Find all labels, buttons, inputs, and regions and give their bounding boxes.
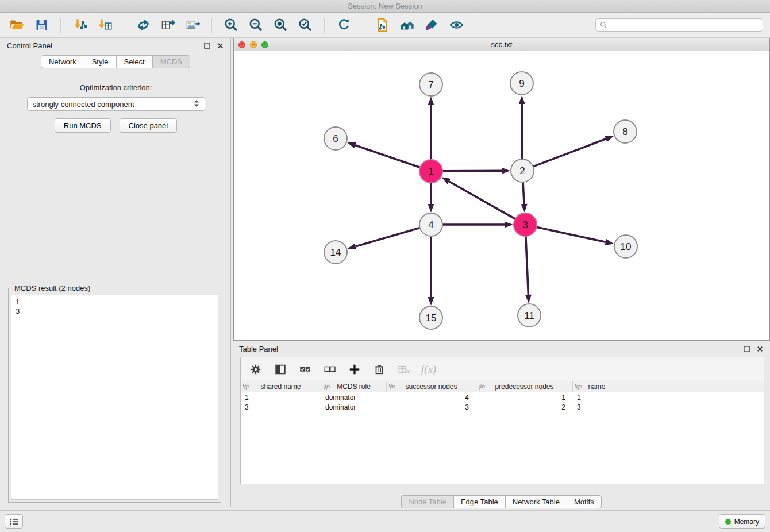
search-field[interactable] [595, 18, 763, 32]
graph-edge-4-3[interactable] [442, 222, 513, 228]
show-columns-button[interactable] [274, 363, 287, 376]
svg-text:7: 7 [428, 79, 433, 90]
float-table-panel-icon[interactable] [742, 344, 751, 353]
home-button[interactable] [397, 16, 417, 35]
table-settings-button[interactable] [249, 363, 263, 376]
zoom-selected-button[interactable] [295, 16, 315, 35]
graph-edge-1-2[interactable] [442, 168, 510, 174]
graph-edge-1-4[interactable] [428, 183, 434, 213]
function-builder-button[interactable]: f(x) [422, 363, 436, 376]
graph-node-6[interactable]: 6 [324, 127, 347, 150]
toolbar-separator [324, 18, 325, 33]
import-table-button[interactable] [95, 16, 114, 35]
column-header-label: predecessor nodes [495, 383, 553, 391]
export-table-button[interactable] [158, 16, 178, 35]
optimization-label: Optimization criterion: [1, 83, 230, 92]
close-table-panel-icon[interactable] [755, 344, 764, 353]
delete-column-button[interactable] [372, 363, 386, 376]
run-mcds-button[interactable]: Run MCDS [55, 118, 111, 133]
table-row[interactable]: 3dominator323 [241, 402, 764, 412]
table-row[interactable]: 1dominator411 [241, 392, 764, 402]
tab-style[interactable]: Style [84, 55, 117, 68]
zoom-out-button[interactable] [246, 16, 265, 35]
tab-select[interactable]: Select [116, 55, 153, 68]
zoom-window-button[interactable]: + [261, 41, 268, 48]
new-network-button[interactable] [133, 16, 153, 35]
delete-table-button[interactable] [397, 363, 411, 376]
svg-text:4: 4 [428, 219, 433, 230]
graph-edge-4-15[interactable] [428, 236, 434, 306]
close-panel-button[interactable]: Close panel [120, 118, 178, 133]
network-graph[interactable]: 7968124314101511 [234, 51, 769, 340]
show-hide-button[interactable] [446, 16, 466, 35]
svg-text:1: 1 [428, 166, 433, 177]
graph-node-14[interactable]: 14 [324, 241, 347, 264]
graph-node-10[interactable]: 10 [614, 235, 637, 258]
import-network-button[interactable] [70, 16, 90, 35]
column-header-label: successor nodes [405, 383, 457, 391]
search-input[interactable] [610, 21, 759, 29]
apply-style-button[interactable] [422, 16, 441, 35]
minimize-window-button[interactable]: − [250, 41, 257, 48]
export-table-icon [160, 17, 176, 33]
column-header-name[interactable]: name [573, 381, 621, 392]
table-cell: 3 [573, 403, 621, 411]
graph-edge-3-1[interactable] [441, 177, 515, 219]
graph-edge-3-10[interactable] [537, 227, 614, 245]
close-window-button[interactable]: × [238, 41, 245, 48]
document-network-icon [375, 17, 390, 33]
graph-node-9[interactable]: 9 [510, 72, 533, 95]
sort-icon [479, 384, 485, 390]
graph-edge-1-7[interactable] [428, 97, 434, 160]
network-arrows-icon [136, 17, 151, 33]
memory-button[interactable]: Memory [719, 514, 765, 529]
graph-edge-2-3[interactable] [521, 182, 528, 213]
graph-node-1[interactable]: 1 [419, 160, 442, 183]
graph-node-4[interactable]: 4 [419, 213, 442, 236]
graph-node-3[interactable]: 3 [514, 213, 537, 236]
graph-edge-2-8[interactable] [533, 136, 614, 166]
task-list-icon [9, 518, 18, 526]
task-history-button[interactable] [5, 514, 23, 529]
refresh-button[interactable] [334, 16, 353, 35]
column-header-shared-name[interactable]: shared name [241, 381, 321, 392]
export-image-icon [185, 17, 201, 33]
zoom-fit-button[interactable] [271, 16, 290, 35]
select-all-button[interactable] [298, 363, 312, 376]
deselect-all-button[interactable] [323, 363, 337, 376]
tab-network[interactable]: Network [41, 55, 84, 68]
clone-network-button[interactable] [372, 16, 392, 35]
graph-edge-4-14[interactable] [347, 228, 420, 250]
zoom-in-button[interactable] [221, 16, 241, 35]
column-header-successor-nodes[interactable]: successor nodes [387, 381, 476, 392]
graph-edge-1-6[interactable] [347, 142, 420, 167]
save-session-button[interactable] [32, 16, 51, 35]
graph-node-11[interactable]: 11 [518, 304, 541, 327]
export-image-button[interactable] [183, 16, 202, 35]
tab-mcds[interactable]: MCDS [152, 55, 190, 68]
graph-node-15[interactable]: 15 [419, 306, 442, 329]
add-column-button[interactable] [348, 363, 361, 376]
tab-network-table[interactable]: Network Table [505, 495, 567, 508]
close-panel-icon[interactable] [215, 41, 225, 51]
tab-edge-table[interactable]: Edge Table [453, 495, 506, 508]
open-session-button[interactable] [7, 16, 26, 35]
graph-node-2[interactable]: 2 [511, 159, 534, 182]
graph-node-8[interactable]: 8 [614, 120, 637, 143]
column-header-predecessor-nodes[interactable]: predecessor nodes [476, 381, 573, 392]
main-toolbar [0, 13, 770, 38]
graph-edge-3-11[interactable] [525, 236, 532, 303]
control-panel-header: Control Panel [1, 38, 230, 53]
mcds-result-list[interactable]: 13 [11, 295, 218, 500]
float-panel-icon[interactable] [202, 41, 211, 51]
table-rows: 1dominator4113dominator323 [241, 392, 764, 412]
mcds-result-box: MCDS result (2 nodes) 13 [8, 284, 221, 503]
criterion-select[interactable]: strongly connected component [27, 97, 205, 111]
tab-motifs[interactable]: Motifs [567, 495, 602, 508]
column-header-MCDS-role[interactable]: MCDS role [321, 381, 387, 392]
graph-edge-2-9[interactable] [519, 95, 525, 159]
tab-node-table[interactable]: Node Table [401, 495, 454, 508]
toolbar-separator [124, 18, 124, 33]
graph-node-7[interactable]: 7 [419, 73, 442, 96]
svg-text:14: 14 [330, 247, 341, 258]
